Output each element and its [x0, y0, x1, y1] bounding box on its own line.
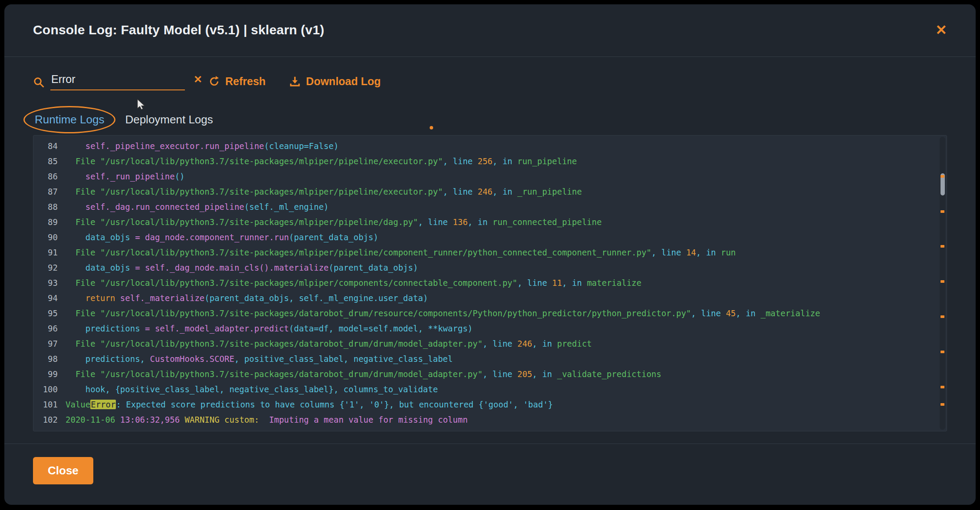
- tab-label: Deployment Logs: [125, 113, 213, 126]
- log-line: 85 File "/usr/local/lib/python3.7/site-p…: [39, 154, 934, 169]
- line-content: self._run_pipeline(): [66, 169, 185, 184]
- line-number: 90: [39, 230, 58, 245]
- line-content: File "/usr/local/lib/python3.7/site-pack…: [66, 275, 641, 291]
- tab-label: Runtime Logs: [35, 113, 104, 126]
- search-match-marker: [941, 245, 944, 248]
- line-number: 98: [39, 351, 58, 367]
- log-line: 84 self._pipeline_executor.run_pipeline(…: [39, 139, 934, 154]
- search-match-marker: [941, 403, 944, 406]
- toolbar: ✕ Refresh Download Log: [33, 73, 947, 90]
- download-log-label: Download Log: [306, 75, 381, 88]
- modal-title: Console Log: Faulty Model (v5.1) | sklea…: [33, 23, 324, 37]
- log-line: 98 predictions, CustomHooks.SCORE, posit…: [39, 351, 934, 367]
- line-number: 88: [39, 199, 58, 215]
- log-line: 92 data_objs = self._dag_node.main_cls()…: [39, 260, 934, 275]
- close-button[interactable]: Close: [33, 457, 93, 484]
- line-number: 97: [39, 336, 58, 351]
- line-number: 91: [39, 245, 58, 260]
- line-number: 84: [39, 139, 58, 154]
- log-line: 91 File "/usr/local/lib/python3.7/site-p…: [39, 245, 934, 260]
- log-line: 88 self._dag.run_connected_pipeline(self…: [39, 199, 934, 215]
- log-line: 1022020-11-06 13:06:32,956 WARNING custo…: [39, 412, 934, 427]
- line-number: 85: [39, 154, 58, 169]
- log-line: 99 File "/usr/local/lib/python3.7/site-p…: [39, 367, 934, 382]
- line-number: 95: [39, 306, 58, 321]
- close-icon[interactable]: ✕: [935, 23, 947, 37]
- search-match-marker: [941, 280, 944, 283]
- log-line: 94 return self._materialize(parent_data_…: [39, 291, 934, 306]
- line-number: 92: [39, 260, 58, 275]
- log-line: 87 File "/usr/local/lib/python3.7/site-p…: [39, 184, 934, 199]
- line-content: File "/usr/local/lib/python3.7/site-pack…: [66, 336, 592, 351]
- line-number: 99: [39, 367, 58, 382]
- refresh-label: Refresh: [225, 75, 266, 88]
- line-content: data_objs = dag_node.component_runner.ru…: [66, 230, 378, 245]
- annotation-orange-dot: [430, 126, 433, 129]
- line-number: 86: [39, 169, 58, 184]
- log-console: 84 self._pipeline_executor.run_pipeline(…: [33, 135, 947, 431]
- log-lines: 84 self._pipeline_executor.run_pipeline(…: [33, 136, 947, 427]
- line-content: self._dag.run_connected_pipeline(self._m…: [66, 199, 329, 215]
- log-line: 96 predictions = self._model_adapter.pre…: [39, 321, 934, 336]
- log-line: 89 File "/usr/local/lib/python3.7/site-p…: [39, 215, 934, 230]
- modal-header: Console Log: Faulty Model (v5.1) | sklea…: [4, 4, 976, 57]
- search-match-marker: [941, 210, 944, 213]
- search-match-marker: [941, 315, 944, 318]
- line-content: File "/usr/local/lib/python3.7/site-pack…: [66, 367, 661, 382]
- line-content: File "/usr/local/lib/python3.7/site-pack…: [66, 215, 602, 230]
- search-box: ✕: [33, 73, 185, 90]
- line-number: 102: [39, 412, 58, 427]
- refresh-button[interactable]: Refresh: [208, 75, 266, 88]
- line-number: 100: [39, 382, 58, 397]
- line-content: File "/usr/local/lib/python3.7/site-pack…: [66, 184, 582, 199]
- line-content: ValueError: Expected score predictions t…: [66, 397, 553, 412]
- log-line: 95 File "/usr/local/lib/python3.7/site-p…: [39, 306, 934, 321]
- line-content: data_objs = self._dag_node.main_cls().ma…: [66, 260, 418, 275]
- line-content: File "/usr/local/lib/python3.7/site-pack…: [66, 245, 736, 260]
- search-input[interactable]: [50, 73, 192, 86]
- log-line: 90 data_objs = dag_node.component_runner…: [39, 230, 934, 245]
- scrollbar-track[interactable]: [940, 137, 945, 430]
- line-number: 93: [39, 275, 58, 291]
- clear-search-icon[interactable]: ✕: [192, 73, 204, 86]
- mouse-cursor: [137, 99, 147, 112]
- line-number: 89: [39, 215, 58, 230]
- line-content: predictions = self._model_adapter.predic…: [66, 321, 473, 336]
- search-match-marker: [941, 175, 944, 178]
- line-content: return self._materialize(parent_data_obj…: [66, 291, 428, 306]
- line-content: File "/usr/local/lib/python3.7/site-pack…: [66, 154, 577, 169]
- log-line: 100 hook, {positive_class_label, negativ…: [39, 382, 934, 397]
- line-content: File "/usr/local/lib/python3.7/site-pack…: [66, 306, 820, 321]
- tabs: Runtime LogsDeployment Logs: [33, 112, 947, 127]
- search-match-marker: [941, 351, 944, 353]
- log-line: 97 File "/usr/local/lib/python3.7/site-p…: [39, 336, 934, 351]
- tab-deployment-logs[interactable]: Deployment Logs: [123, 112, 214, 127]
- line-number: 87: [39, 184, 58, 199]
- search-field: ✕: [50, 73, 185, 90]
- download-icon: [289, 76, 301, 87]
- line-number: 96: [39, 321, 58, 336]
- log-line: 86 self._run_pipeline(): [39, 169, 934, 184]
- download-log-button[interactable]: Download Log: [289, 75, 381, 88]
- tab-runtime-logs[interactable]: Runtime Logs: [33, 112, 106, 127]
- modal-footer: Close: [4, 444, 976, 497]
- line-content: predictions, CustomHooks.SCORE, positive…: [66, 351, 453, 367]
- search-match-marker: [941, 386, 944, 388]
- search-icon: [33, 76, 45, 90]
- line-number: 101: [39, 397, 58, 412]
- log-line: 93 File "/usr/local/lib/python3.7/site-p…: [39, 275, 934, 291]
- log-line: 101ValueError: Expected score prediction…: [39, 397, 934, 412]
- refresh-icon: [208, 76, 220, 87]
- line-content: 2020-11-06 13:06:32,956 WARNING custom: …: [66, 412, 468, 427]
- console-log-modal: Console Log: Faulty Model (v5.1) | sklea…: [4, 4, 976, 505]
- line-number: 94: [39, 291, 58, 306]
- line-content: self._pipeline_executor.run_pipeline(cle…: [66, 139, 339, 154]
- line-content: hook, {positive_class_label, negative_cl…: [66, 382, 438, 397]
